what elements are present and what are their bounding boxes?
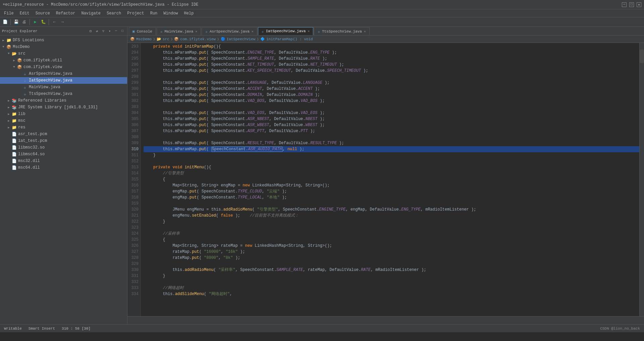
scrollbar-thumb[interactable] — [640, 50, 644, 63]
view-menu-icon[interactable]: ▾ — [107, 29, 112, 34]
tree-item-asrspeech[interactable]: ☕ AsrSpeechView.java — [0, 70, 127, 77]
tree-item-asr-test[interactable]: 📄 asr_test.pcm — [0, 131, 127, 137]
tree-arrow-asrspeech — [17, 71, 22, 76]
tree-item-iat-test[interactable]: 📄 iat_test.pcm — [0, 137, 127, 144]
line-numbers: 293 294 295 296 297 298 299 300 301 302 … — [127, 43, 141, 316]
tab-iatspeech[interactable]: ☕ IatSpeechView.java ✕ — [258, 27, 313, 35]
tree-item-src[interactable]: 📂 src — [0, 50, 127, 57]
toolbar-new[interactable]: 📄 — [1, 18, 9, 26]
tab-ttsspeech[interactable]: ☕ TtsSpeechView.java ✕ — [314, 27, 369, 35]
tree-icon-libmsc32: 📄 — [11, 145, 17, 150]
bread-pkg[interactable]: com.iflytek.view — [180, 37, 216, 41]
maximize-button[interactable]: □ — [629, 2, 634, 7]
minimize-panel-icon[interactable]: ─ — [113, 29, 119, 34]
code-line-331: } — [144, 273, 639, 279]
link-editor-icon[interactable]: ⇄ — [94, 29, 100, 34]
tab-mainview-close[interactable]: ✕ — [195, 30, 197, 34]
tree-item-ttsspeech[interactable]: ☕ TtsSpeechView.java — [0, 91, 127, 97]
tree-item-dfs[interactable]: 📁 DFS Locations — [0, 37, 127, 44]
tab-asrspeech-label: AsrSpeechView.java — [210, 30, 250, 34]
ln-331: 331 — [127, 273, 139, 279]
menu-item-navigate[interactable]: Navigate — [78, 10, 103, 17]
maximize-panel-icon[interactable]: □ — [120, 29, 125, 34]
tree-item-msc32dll[interactable]: 📄 msc32.dll — [0, 158, 127, 164]
tree-item-lib[interactable]: 📁 lib — [0, 111, 127, 117]
ln-311: 311 — [127, 152, 139, 158]
toolbar-back[interactable]: ← — [51, 18, 58, 26]
code-line-296: this.mParamMap.put( SpeechConstant.NET_T… — [144, 62, 639, 68]
ln-313: 313 — [127, 164, 139, 170]
tab-iatspeech-close[interactable]: ✕ — [308, 29, 310, 33]
tree-label-lib: lib — [18, 112, 25, 116]
ln-324: 324 — [127, 231, 139, 237]
tree-icon-mscdemo: 📦 — [6, 44, 11, 50]
toolbar-run[interactable]: ▶ — [32, 18, 39, 26]
close-button[interactable]: ✕ — [637, 2, 641, 7]
tree-item-res[interactable]: 📁 res — [0, 124, 127, 131]
tree-label-dfs: DFS Locations — [13, 38, 44, 43]
menu-item-search[interactable]: Search — [104, 10, 124, 17]
tab-mainview[interactable]: ☕ MainView.java ✕ — [157, 27, 201, 35]
ln-297: 297 — [127, 68, 139, 74]
code-line-334: this.addSlideMenu( "网络超时", — [144, 291, 639, 297]
tree-arrow-msc64dll — [6, 165, 11, 170]
tree-item-jre[interactable]: 📚 JRE System Library [jdk1.8.0_131] — [0, 104, 127, 111]
tree-label-asr-test: asr_test.pcm — [18, 132, 47, 136]
tree-item-mscdemo[interactable]: 📦 MscDemo — [0, 44, 127, 50]
toolbar-print[interactable]: 🖨 — [20, 18, 28, 26]
tree-item-mainview[interactable]: ☕ MainView.java — [0, 84, 127, 91]
bread-mscdemo[interactable]: MscDemo — [136, 37, 152, 41]
filter-icon[interactable]: ▽ — [101, 29, 106, 34]
menu-item-window[interactable]: Window — [161, 10, 180, 17]
code-line-302: this.mParamMap.put( SpeechConstant.VAD_B… — [144, 98, 639, 104]
toolbar-sep-3 — [49, 19, 49, 25]
bread-src[interactable]: src — [163, 37, 169, 41]
tree-item-iatspeech[interactable]: ☕ IatSpeechView.java — [0, 77, 127, 84]
tab-asrspeech[interactable]: ☕ AsrSpeechView.java ✕ — [202, 27, 257, 35]
menu-item-run[interactable]: Run — [148, 10, 160, 17]
tree-item-msc64dll[interactable]: 📄 msc64.dll — [0, 164, 127, 171]
ln-322: 322 — [127, 219, 139, 225]
ln-308: 308 — [127, 134, 139, 140]
tree-icon-msc32dll: 📄 — [11, 158, 17, 164]
toolbar-save[interactable]: 💾 — [12, 18, 20, 26]
bread-class[interactable]: IatSpeechView — [227, 37, 256, 41]
toolbar-debug[interactable]: 🐛 — [40, 18, 47, 26]
tree-item-reflibs[interactable]: 📚 Referenced Libraries — [0, 97, 127, 104]
menu-item-edit[interactable]: Edit — [17, 10, 32, 17]
code-line-295: this.mParamMap.put( SpeechConstant.SAMPL… — [144, 56, 639, 62]
tree-label-msc32dll: msc32.dll — [18, 159, 40, 163]
toolbar-forward[interactable]: → — [59, 18, 66, 26]
ln-332: 332 — [127, 279, 139, 285]
tree-item-util[interactable]: 📦 com.iflytek.util — [0, 57, 127, 64]
tree-icon-mainview: ☕ — [22, 84, 28, 90]
bread-sep-4: ❯ — [257, 37, 259, 41]
tree-label-libmsc32: libmsc32.so — [18, 145, 45, 150]
code-line-311: } — [144, 152, 639, 158]
menu-item-project[interactable]: Project — [124, 10, 147, 17]
tab-asrspeech-close[interactable]: ✕ — [252, 30, 254, 34]
tree-item-view[interactable]: 📦 com.iflytek.view — [0, 64, 127, 70]
minimize-button[interactable]: ─ — [622, 2, 627, 7]
tree-item-libmsc64[interactable]: 📄 libmsc64.so — [0, 151, 127, 158]
collapse-all-icon[interactable]: ⊟ — [88, 29, 93, 34]
menu-item-help[interactable]: Help — [181, 10, 197, 17]
tab-console[interactable]: ▣ Console — [129, 27, 156, 35]
tree-arrow-msc — [6, 118, 11, 123]
tree-item-msc[interactable]: 📁 msc — [0, 117, 127, 124]
tree-icon-libmsc64: 📄 — [11, 152, 17, 157]
right-scrollbar[interactable] — [639, 43, 644, 316]
tree-arrow-jre — [6, 105, 11, 110]
menu-item-source[interactable]: Source — [33, 10, 53, 17]
ln-299: 299 — [127, 80, 139, 86]
ln-301: 301 — [127, 92, 139, 98]
tree-item-libmsc32[interactable]: 📄 libmsc32.so — [0, 144, 127, 151]
code-line-305: this.mParamMap.put( SpeechConstant.ASR_N… — [144, 116, 639, 122]
bread-project-icon: 📦 — [130, 37, 135, 41]
tab-ttsspeech-close[interactable]: ✕ — [364, 30, 366, 34]
code-content[interactable]: private void initParamMap(){ this.mParam… — [141, 43, 639, 316]
bread-method[interactable]: initParamMap() : void — [266, 37, 313, 41]
status-watermark: CSDN @lion_no_back — [600, 327, 640, 331]
menu-item-refactor[interactable]: Refactor — [53, 10, 78, 17]
menu-item-file[interactable]: File — [1, 10, 16, 17]
